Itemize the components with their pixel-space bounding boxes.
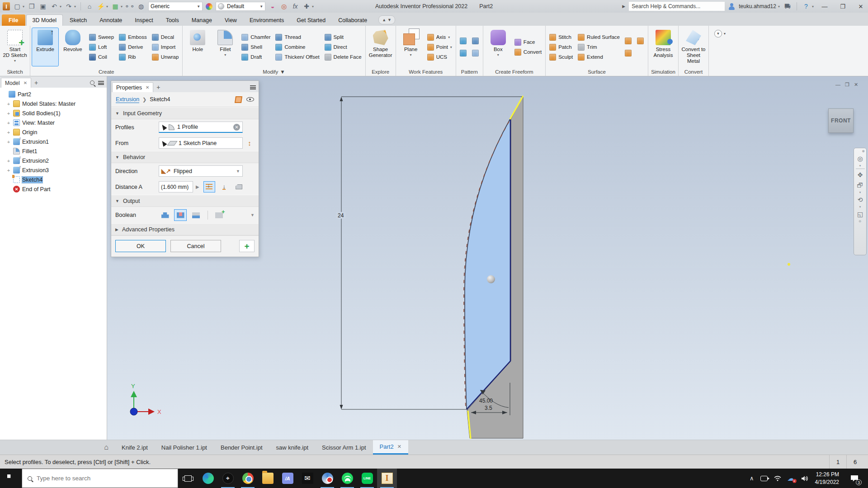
user-avatar-icon[interactable] bbox=[728, 3, 735, 10]
tab-close-icon[interactable]: ✕ bbox=[397, 444, 401, 450]
ribbon-button-unwrap[interactable]: Unwrap bbox=[150, 53, 181, 61]
taskbar-app-chrome[interactable] bbox=[238, 469, 258, 488]
ribbon-tab-manage[interactable]: Manage bbox=[186, 14, 218, 26]
ok-button[interactable]: OK bbox=[115, 240, 166, 252]
restore-button[interactable]: ❐ bbox=[835, 0, 850, 12]
taskbar-app-anydesk[interactable]: /A bbox=[278, 469, 297, 488]
profiles-field[interactable]: 1 Profile ✕ bbox=[159, 122, 243, 133]
zoom-icon[interactable]: 🗗 bbox=[855, 180, 865, 190]
task-view-button[interactable] bbox=[178, 469, 198, 488]
ribbon-button-extend[interactable]: Extend bbox=[576, 53, 622, 61]
doc-restore-icon[interactable]: ❐ bbox=[845, 82, 849, 88]
browser-menu-icon[interactable] bbox=[98, 81, 104, 85]
start-button[interactable] bbox=[0, 469, 22, 488]
document-tab-nail-polisher-1-ipt[interactable]: Nail Polisher 1.ipt bbox=[155, 440, 214, 455]
ribbon-button-coil[interactable]: Coil bbox=[87, 53, 116, 61]
tree-item-solid-bodies-1[interactable]: +Solid Bodies(1) bbox=[2, 108, 107, 118]
tree-item-part2[interactable]: Part2 bbox=[2, 89, 107, 99]
tray-expand-icon[interactable]: ∧ bbox=[750, 475, 754, 482]
cart-icon[interactable]: ⛟ bbox=[783, 2, 792, 10]
boolean-cut-button[interactable] bbox=[174, 209, 187, 221]
expand-icon[interactable]: + bbox=[6, 120, 11, 126]
ribbon-button-combine[interactable]: Combine bbox=[274, 43, 321, 52]
boolean-intersect-button[interactable] bbox=[189, 209, 202, 221]
update-icon[interactable]: ▦ bbox=[111, 2, 119, 10]
help-dropdown-icon[interactable]: ▾ bbox=[812, 5, 814, 9]
ribbon-button-axis[interactable]: Axis▾ bbox=[425, 33, 454, 42]
ribbon-button-point[interactable]: Point▾ bbox=[425, 43, 454, 52]
document-tab-part2-active[interactable]: Part2✕ bbox=[373, 440, 408, 455]
save-icon[interactable]: ▣ bbox=[39, 2, 47, 10]
redo-dropdown-icon[interactable]: ▾ bbox=[74, 5, 76, 9]
ribbon-button-draft[interactable]: Draft bbox=[240, 53, 272, 61]
direct-manipulator-sphere[interactable] bbox=[487, 275, 495, 283]
taskbar-app-inventor[interactable]: I bbox=[377, 469, 397, 488]
document-tab-scissor-arm-1-ipt[interactable]: Scissor Arm 1.ipt bbox=[315, 440, 373, 455]
ribbon-button-replace-face[interactable] bbox=[623, 36, 634, 47]
ribbon-button-delete-face[interactable]: Delete Face bbox=[323, 53, 363, 61]
ribbon-button-shape-generator[interactable]: ShapeGenerator bbox=[368, 28, 394, 66]
look-at-icon[interactable]: ◱ bbox=[855, 209, 865, 219]
clear-selection-icon[interactable]: ✕ bbox=[233, 124, 240, 131]
ribbon-collapse-toggle[interactable]: ▼▾ bbox=[714, 28, 726, 38]
expand-icon[interactable]: + bbox=[6, 158, 11, 164]
undo-icon[interactable]: ↶ bbox=[50, 2, 58, 10]
chevron-down-icon[interactable]: ▼ bbox=[280, 69, 285, 75]
view-cube[interactable]: FRONT bbox=[828, 108, 854, 133]
redo-icon[interactable]: ↷ bbox=[65, 2, 73, 10]
taskbar-app-explorer[interactable] bbox=[258, 469, 278, 488]
tree-item-extrusion3[interactable]: +Extrusion3 bbox=[2, 165, 107, 175]
boolean-dropdown-icon[interactable]: ▼ bbox=[250, 213, 255, 217]
home-icon[interactable]: ⌂ bbox=[85, 2, 94, 10]
expand-icon[interactable]: + bbox=[6, 111, 11, 116]
ribbon-button-extrude[interactable]: Extrude bbox=[32, 28, 58, 66]
tree-item-origin[interactable]: +Origin bbox=[2, 127, 107, 137]
distance-flyout-icon[interactable]: ▶ bbox=[196, 184, 199, 189]
ribbon-button-ruled-surface[interactable]: Ruled Surface bbox=[576, 33, 622, 42]
chevron-down-icon[interactable]: ▾ bbox=[410, 53, 412, 57]
ribbon-button-derive[interactable]: Derive bbox=[117, 43, 149, 52]
taskbar-clock[interactable]: 12:26 PM 4/19/2022 bbox=[815, 471, 839, 485]
document-tab-bender-point-ipt[interactable]: Bender Point.ipt bbox=[214, 440, 269, 455]
qat-customize-dropdown-icon[interactable]: ▾ bbox=[312, 5, 314, 9]
browser-tab-model[interactable]: Model ✕ bbox=[1, 78, 31, 88]
browser-add-tab-button[interactable]: + bbox=[31, 78, 41, 88]
taskbar-app-line[interactable]: LINE bbox=[357, 469, 377, 488]
ribbon-button-rectangular-pattern[interactable] bbox=[458, 36, 469, 47]
expand-icon[interactable]: + bbox=[6, 139, 11, 145]
breadcrumb-feature-link[interactable]: Extrusion bbox=[116, 96, 139, 103]
taskbar-app-mail[interactable]: ✉ bbox=[297, 469, 317, 488]
browser-search-icon[interactable] bbox=[90, 80, 94, 85]
wheel-dropdown-icon[interactable]: ▾ bbox=[859, 164, 861, 168]
ribbon-group-label-modify[interactable]: Modify▼ bbox=[184, 67, 363, 76]
chevron-down-icon[interactable]: ▾ bbox=[224, 53, 226, 57]
chevron-down-icon[interactable]: ▾ bbox=[497, 53, 499, 57]
appearance-selector[interactable]: Default ▼ bbox=[216, 2, 265, 11]
tree-item-sketch4[interactable]: Sketch4 bbox=[2, 175, 107, 184]
meet-now-icon[interactable] bbox=[760, 476, 768, 481]
from-field[interactable]: 1 Sketch Plane bbox=[159, 137, 243, 149]
distance-through-button[interactable] bbox=[233, 181, 245, 192]
minimize-button[interactable]: — bbox=[817, 0, 832, 12]
ribbon-tab-sketch[interactable]: Sketch bbox=[64, 14, 93, 26]
ribbon-button-plane[interactable]: Plane▾ bbox=[398, 28, 424, 66]
dimension-height-label[interactable]: 24 bbox=[338, 212, 344, 219]
taskbar-app-spotify[interactable] bbox=[337, 469, 357, 488]
ribbon-button-chamfer[interactable]: Chamfer bbox=[240, 33, 272, 42]
navigation-wheel-icon[interactable]: ◎ bbox=[855, 154, 865, 164]
zoom-dropdown-icon[interactable]: ▾ bbox=[859, 191, 861, 194]
sketch-profile[interactable] bbox=[465, 119, 510, 409]
boolean-join-button[interactable] bbox=[159, 209, 171, 221]
visibility-eye-icon[interactable] bbox=[246, 97, 254, 102]
ribbon-button-trim[interactable]: Trim bbox=[576, 43, 622, 52]
extents-icon[interactable]: ↕ bbox=[245, 139, 255, 147]
close-button[interactable]: ✕ bbox=[854, 0, 868, 12]
doc-close-icon[interactable]: ✕ bbox=[854, 82, 858, 88]
help-icon[interactable]: ? bbox=[802, 2, 810, 10]
ribbon-button-box[interactable]: Box▾ bbox=[485, 28, 511, 66]
adjust-appearance-icon[interactable]: ◒ bbox=[269, 2, 277, 10]
dimension-angle-label[interactable]: 45.00 bbox=[479, 398, 493, 404]
ribbon-button-stress-analysis[interactable]: StressAnalysis bbox=[650, 28, 676, 66]
tree-item-end-of-part[interactable]: End of Part bbox=[2, 184, 107, 194]
properties-tab-close-icon[interactable]: ✕ bbox=[146, 85, 149, 90]
